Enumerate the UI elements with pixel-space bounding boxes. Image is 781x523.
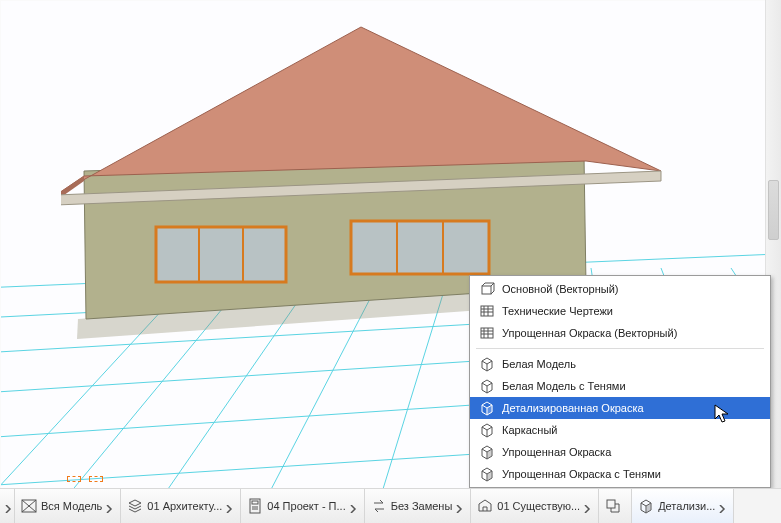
layered-hatch-icon [478,324,496,342]
popup-item-simplified-shading[interactable]: Упрощенная Окраска [470,441,770,463]
swap-icon [371,498,387,514]
svg-rect-31 [252,501,258,504]
chevron-right-icon [105,503,111,509]
popup-item-vector-main[interactable]: Основной (Векторный) [470,278,770,300]
layer-filter-icon [127,498,143,514]
page-icon [247,498,263,514]
popup-item-label: Технические Чертежи [502,305,613,317]
cube-shaded-icon [478,399,496,417]
chevron-right-icon [455,503,461,509]
popup-separator [476,348,764,349]
cube-outline-icon [478,377,496,395]
selection-handle[interactable] [89,476,103,482]
bar-item-label: 01 Существую... [497,500,580,512]
chevron-right-icon [349,503,355,509]
svg-rect-23 [351,221,489,274]
svg-rect-28 [481,328,493,338]
svg-rect-26 [482,286,491,294]
cube-outline-icon [478,421,496,439]
popup-item-wireframe[interactable]: Каркасный [470,419,770,441]
reno-icon [477,498,493,514]
layered-cube-icon [478,280,496,298]
popup-group-render: Белая Модель Белая Модель с Тенями Детал… [470,353,770,485]
svg-rect-27 [481,306,493,316]
popup-item-label: Упрощенная Окраска с Тенями [502,468,661,480]
popup-item-label: Упрощенная Окраска (Векторный) [502,327,677,339]
bar-item-label: Без Замены [391,500,453,512]
popup-item-simplified-shading-shadows[interactable]: Упрощенная Окраска с Тенями [470,463,770,485]
popup-item-label: Детализированная Окраска [502,402,644,414]
bar-extra-toggle[interactable] [599,489,632,523]
chevron-right-icon [4,503,10,509]
chevron-right-icon [225,503,231,509]
chevron-right-icon [718,503,724,509]
popup-item-label: Каркасный [502,424,557,436]
bar-item-label: Детализи... [658,500,715,512]
popup-item-tech-drawings[interactable]: Технические Чертежи [470,300,770,322]
layered-hatch-icon [478,302,496,320]
bar-scale-selector[interactable]: 04 Проект - П... [241,489,364,523]
zoom-set-icon [21,498,37,514]
bar-item-label: 04 Проект - П... [267,500,345,512]
bar-item-label: 01 Архитекту... [147,500,222,512]
bar-item-label: Вся Модель [41,500,102,512]
popup-item-white-model[interactable]: Белая Модель [470,353,770,375]
cube-shaded-icon [478,465,496,483]
svg-rect-32 [607,500,615,508]
bar-zoom-selector[interactable]: Вся Модель [15,489,121,523]
arrow-out-icon [605,498,621,514]
cube-shaded-icon [478,443,496,461]
selection-handle[interactable] [67,476,81,482]
bar-layer-selector[interactable]: 01 Архитекту... [121,489,241,523]
popup-item-white-model-shadows[interactable]: Белая Модель с Тенями [470,375,770,397]
bar-renovation-selector[interactable]: 01 Существую... [471,489,599,523]
popup-group-vector: Основной (Векторный) Технические Чертежи… [470,278,770,344]
popup-item-simplified-vector[interactable]: Упрощенная Окраска (Векторный) [470,322,770,344]
popup-item-label: Белая Модель с Тенями [502,380,626,392]
scroll-thumb[interactable] [768,180,779,240]
bar-override-selector[interactable]: Без Замены [365,489,472,523]
quick-options-bar: Вся Модель 01 Архитекту... 04 Проект - П… [0,488,781,523]
chevron-right-icon [583,503,589,509]
style-cube-icon [638,498,654,514]
popup-item-label: Основной (Векторный) [502,283,618,295]
popup-item-label: Упрощенная Окраска [502,446,611,458]
app-root: { "popup": { "group1": [ { "label": "Осн… [0,0,781,523]
bar-render-mode-selector[interactable]: Детализи... [632,489,734,523]
cube-outline-icon [478,355,496,373]
bar-scroll-left[interactable] [0,489,15,523]
render-mode-popup: Основной (Векторный) Технические Чертежи… [469,275,771,488]
popup-item-detailed-shading[interactable]: Детализированная Окраска [470,397,770,419]
svg-rect-20 [156,227,286,282]
popup-item-label: Белая Модель [502,358,576,370]
